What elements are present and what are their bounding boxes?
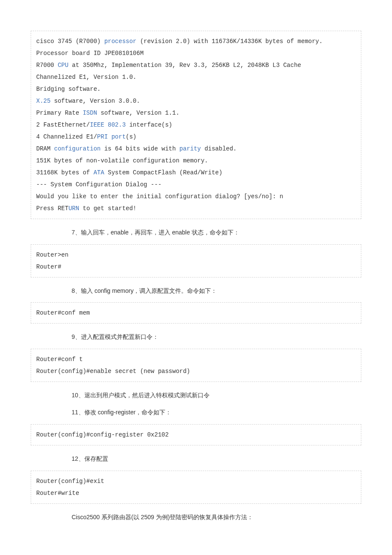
- text: DRAM: [36, 145, 54, 152]
- link-cpu[interactable]: CPU: [58, 62, 68, 69]
- text: cisco 3745 (R7000): [36, 38, 104, 45]
- text: 4 Channelized E1/: [36, 133, 97, 140]
- text: at 350Mhz, Implementation 39, Rev 3.3, 2…: [69, 62, 301, 69]
- code-block-enable: Router>en Router#: [31, 244, 361, 278]
- text: --- System Configuration Dialog ---: [36, 181, 161, 188]
- link-ata[interactable]: ATA: [93, 169, 104, 176]
- step-9: 9、进入配置模式并配置新口令：: [72, 331, 361, 343]
- page: cisco 3745 (R7000) processor (revision 2…: [0, 0, 392, 546]
- text: Press RET: [36, 205, 69, 212]
- text: Primary Rate: [36, 110, 83, 116]
- text: Router(config)#exit: [36, 478, 104, 485]
- link-configuration[interactable]: configuration: [54, 145, 101, 152]
- text: Router#conf t: [36, 356, 83, 363]
- text: 31168K bytes of: [36, 169, 93, 176]
- text: software, Version 3.0.0.: [51, 98, 140, 104]
- text: Router(config)#enable secret (new passwo…: [36, 368, 190, 375]
- step-8: 8、输入 config memory，调入原配置文件。命令如下：: [72, 285, 361, 297]
- text: disabled.: [201, 145, 237, 152]
- text: software, Version 1.1.: [97, 110, 179, 116]
- link-x25[interactable]: X.25: [36, 98, 51, 104]
- step-7: 7、输入回车，enable，再回车，进入 enable 状态，命令如下：: [72, 227, 361, 238]
- link-isdn[interactable]: ISDN: [83, 110, 97, 116]
- text: System CompactFlash (Read/Write): [104, 169, 222, 176]
- text: (s): [126, 133, 136, 140]
- text: Router#: [36, 263, 61, 270]
- text: 151K bytes of non-volatile configuration…: [36, 157, 208, 164]
- link-urn[interactable]: URN: [69, 205, 79, 212]
- text: Router>en: [36, 251, 69, 258]
- footer-text: Cisco2500 系列路由器(以 2509 为例)登陆密码的恢复具体操作方法：: [72, 512, 361, 523]
- text: Router(config)#config-register 0x2102: [36, 431, 169, 438]
- text: (revision 2.0) with 116736K/14336K bytes…: [136, 38, 323, 45]
- text: interface(s): [126, 121, 172, 128]
- link-parity[interactable]: parity: [179, 145, 201, 152]
- step-12: 12、保存配置: [72, 453, 361, 465]
- text: Processor board ID JPE0810106M: [36, 50, 144, 57]
- text: Would you like to enter the initial conf…: [36, 193, 283, 200]
- code-block-save: Router(config)#exit Router#write: [31, 471, 361, 504]
- text: R7000: [36, 62, 58, 69]
- text: Router#conf mem: [36, 309, 90, 316]
- link-ieee8023[interactable]: IEEE 802.3: [90, 121, 126, 128]
- code-block-config-register: Router(config)#config-register 0x2102: [31, 424, 361, 445]
- text: Channelized E1, Version 1.0.: [36, 74, 136, 81]
- text: 2 FastEthernet/: [36, 121, 90, 128]
- text: Router#write: [36, 490, 79, 497]
- code-block-conf-mem: Router#conf mem: [31, 302, 361, 324]
- step-11: 11、修改 config-register，命令如下：: [72, 407, 361, 418]
- code-block-boot-output: cisco 3745 (R7000) processor (revision 2…: [31, 31, 361, 219]
- text: to get started!: [79, 205, 136, 212]
- text: Bridging software.: [36, 86, 101, 92]
- text: is 64 bits wide with: [101, 145, 179, 152]
- link-pri-port[interactable]: PRI port: [97, 133, 126, 140]
- code-block-new-password: Router#conf t Router(config)#enable secr…: [31, 349, 361, 382]
- step-10: 10、退出到用户模式，然后进入特权模式测试新口令: [72, 390, 361, 401]
- link-processor[interactable]: processor: [104, 38, 137, 45]
